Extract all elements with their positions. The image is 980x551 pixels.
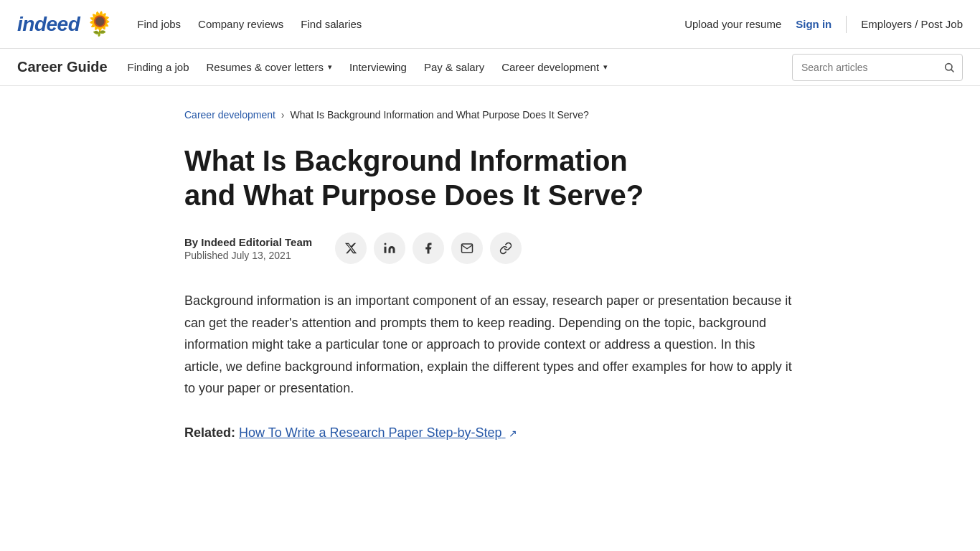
chevron-down-icon: ▾	[328, 62, 332, 72]
article-body: Background information is an important c…	[184, 290, 796, 400]
svg-point-2	[385, 243, 387, 245]
breadcrumb-separator: ›	[281, 109, 285, 121]
logo-area: indeed 🌻	[17, 10, 114, 39]
resumes-cover-letters-link[interactable]: Resumes & cover letters ▾	[207, 61, 332, 73]
main-content: Career development › What Is Background …	[167, 86, 813, 463]
nav-divider	[846, 16, 847, 33]
career-guide-title: Career Guide	[17, 59, 108, 75]
sign-in-button[interactable]: Sign in	[796, 18, 831, 30]
top-nav-links: Find jobs Company reviews Find salaries	[137, 18, 684, 30]
linkedin-icon	[383, 242, 396, 255]
article-meta: By Indeed Editorial Team Published July …	[184, 232, 796, 264]
upload-resume-link[interactable]: Upload your resume	[684, 18, 781, 30]
twitter-icon	[344, 242, 357, 255]
search-input[interactable]	[793, 62, 936, 73]
related-link[interactable]: How To Write a Research Paper Step-by-St…	[239, 425, 517, 440]
pay-salary-link[interactable]: Pay & salary	[424, 61, 484, 73]
interviewing-link[interactable]: Interviewing	[349, 61, 407, 73]
email-share-button[interactable]	[451, 232, 483, 264]
related-label: Related:	[184, 425, 235, 440]
facebook-icon	[422, 242, 435, 255]
email-icon	[461, 242, 473, 255]
linkedin-share-button[interactable]	[374, 232, 405, 264]
employers-link[interactable]: Employers / Post Job	[861, 18, 963, 30]
company-reviews-link[interactable]: Company reviews	[198, 18, 283, 30]
breadcrumb-link[interactable]: Career development	[184, 109, 275, 121]
copy-link-button[interactable]	[490, 232, 522, 264]
finding-a-job-link[interactable]: Finding a job	[128, 61, 189, 73]
external-link-icon: ↗	[509, 428, 517, 439]
link-icon	[499, 242, 512, 255]
social-icons	[335, 232, 522, 264]
related-section: Related: How To Write a Research Paper S…	[184, 425, 796, 441]
search-button[interactable]	[936, 62, 962, 73]
author-info: By Indeed Editorial Team Published July …	[184, 236, 312, 261]
breadcrumb: Career development › What Is Background …	[184, 109, 796, 121]
career-guide-navigation: Career Guide Finding a job Resumes & cov…	[0, 49, 980, 86]
twitter-share-button[interactable]	[335, 232, 367, 264]
article-title: What Is Background Information and What …	[184, 143, 687, 212]
top-nav-right: Upload your resume Sign in Employers / P…	[684, 16, 963, 33]
search-area	[792, 54, 963, 81]
breadcrumb-current: What Is Background Information and What …	[291, 109, 589, 121]
indeed-logo[interactable]: indeed	[17, 13, 80, 36]
sunflower-icon: 🌻	[85, 10, 114, 39]
find-salaries-link[interactable]: Find salaries	[301, 18, 362, 30]
search-icon	[943, 62, 955, 73]
career-nav-links: Finding a job Resumes & cover letters ▾ …	[128, 61, 792, 73]
find-jobs-link[interactable]: Find jobs	[137, 18, 181, 30]
indeed-logo-text: indeed	[17, 13, 80, 36]
author-name: By Indeed Editorial Team	[184, 236, 312, 248]
facebook-share-button[interactable]	[413, 232, 444, 264]
top-navigation: indeed 🌻 Find jobs Company reviews Find …	[0, 0, 980, 49]
svg-line-1	[951, 70, 953, 72]
chevron-down-icon: ▾	[603, 62, 608, 72]
published-date: Published July 13, 2021	[184, 250, 312, 261]
career-development-link[interactable]: Career development ▾	[501, 61, 608, 73]
